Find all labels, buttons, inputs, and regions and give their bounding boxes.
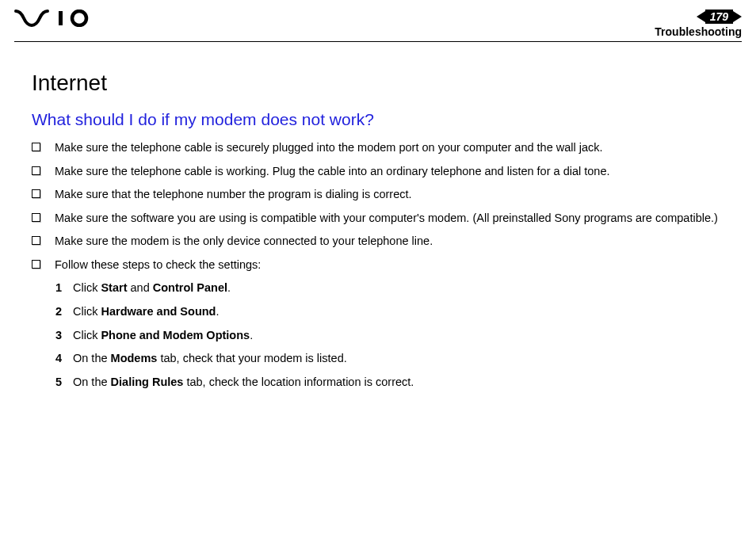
step-number: 2 <box>55 304 73 320</box>
list-item: Make sure that the telephone number the … <box>32 187 742 203</box>
list-item-text: Make sure the telephone cable is working… <box>55 164 742 180</box>
list-item-text: Make sure the modem is the only device c… <box>55 234 742 250</box>
step-text: Click Phone and Modem Options. <box>73 328 742 344</box>
prev-page-arrow-icon[interactable] <box>697 11 705 22</box>
square-bullet-icon <box>32 260 40 269</box>
step-item: 4 On the Modems tab, check that your mod… <box>55 351 742 367</box>
square-bullet-icon <box>32 166 40 175</box>
step-item: 3 Click Phone and Modem Options. <box>55 328 742 344</box>
header-right: 179 Troubleshooting <box>655 10 742 38</box>
section-label: Troubleshooting <box>655 25 742 38</box>
step-item: 5 On the Dialing Rules tab, check the lo… <box>55 375 742 391</box>
square-bullet-icon <box>32 143 40 151</box>
square-bullet-icon <box>32 236 40 245</box>
step-number: 1 <box>55 280 73 296</box>
list-item-text: Follow these steps to check the settings… <box>55 257 742 273</box>
list-item: Make sure the telephone cable is securel… <box>32 140 742 156</box>
svg-rect-0 <box>59 11 63 25</box>
step-text: On the Dialing Rules tab, check the loca… <box>73 375 742 391</box>
square-bullet-icon <box>32 213 40 222</box>
ordered-steps: 1 Click Start and Control Panel. 2 Click… <box>32 280 742 390</box>
page-number: 179 <box>705 10 733 24</box>
step-number: 3 <box>55 328 73 344</box>
list-item-text: Make sure the telephone cable is securel… <box>55 140 742 156</box>
next-page-arrow-icon[interactable] <box>733 11 742 22</box>
step-number: 4 <box>55 351 73 367</box>
page-title: Internet <box>32 71 742 96</box>
list-item: Make sure the software you are using is … <box>32 211 742 227</box>
step-text: Click Hardware and Sound. <box>73 304 742 320</box>
list-item-text: Make sure the software you are using is … <box>55 211 742 227</box>
list-item: Make sure the telephone cable is working… <box>32 164 742 180</box>
square-bullet-icon <box>32 189 40 198</box>
step-text: On the Modems tab, check that your modem… <box>73 351 742 367</box>
bullet-list: Make sure the telephone cable is securel… <box>32 140 742 273</box>
page-navigator: 179 <box>655 10 742 24</box>
vaio-logo <box>14 10 92 27</box>
page-content: Internet What should I do if my modem do… <box>0 42 756 390</box>
list-item-text: Make sure that the telephone number the … <box>55 187 742 203</box>
step-item: 1 Click Start and Control Panel. <box>55 280 742 296</box>
page-subtitle: What should I do if my modem does not wo… <box>32 110 742 129</box>
step-number: 5 <box>55 375 73 391</box>
list-item: Make sure the modem is the only device c… <box>32 234 742 250</box>
step-item: 2 Click Hardware and Sound. <box>55 304 742 320</box>
page-header: 179 Troubleshooting <box>0 0 756 41</box>
list-item: Follow these steps to check the settings… <box>32 257 742 273</box>
svg-point-1 <box>72 11 86 25</box>
step-text: Click Start and Control Panel. <box>73 280 742 296</box>
